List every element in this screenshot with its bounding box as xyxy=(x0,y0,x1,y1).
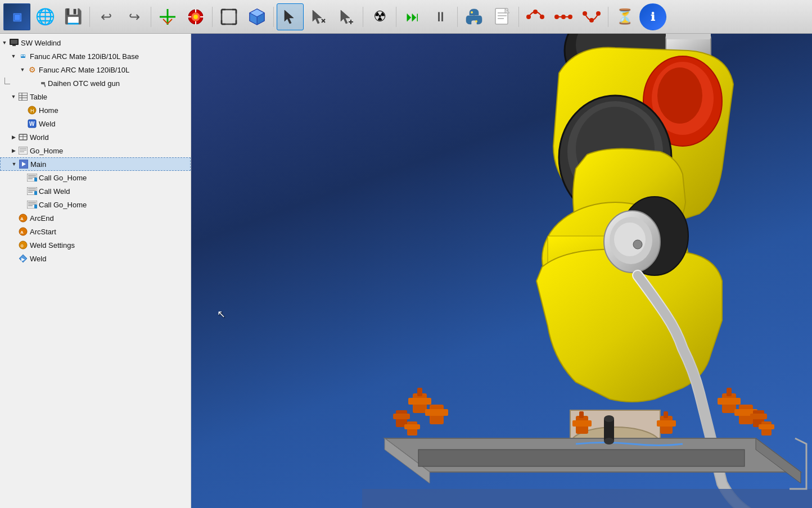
fast-forward-icon: ⏭ xyxy=(406,9,419,25)
path-tool-1-icon xyxy=(526,9,544,25)
python-button[interactable] xyxy=(461,3,488,30)
tree-label-table: Table xyxy=(30,93,47,101)
pause-button[interactable]: ⏸ xyxy=(427,3,454,30)
tree-label-arc-end: ArcEnd xyxy=(30,214,54,223)
main-area: SW Weldind Fanuc ARC Mate 120iB/10L Base… xyxy=(0,34,812,508)
expand-arrow[interactable] xyxy=(18,65,27,74)
tree-item-home[interactable]: H Home xyxy=(0,103,191,117)
svg-text:W: W xyxy=(29,121,35,127)
separator-8 xyxy=(518,7,519,27)
tree-item-main[interactable]: Main xyxy=(0,157,191,171)
leaf-spacer xyxy=(9,227,18,236)
fit-screen-button[interactable] xyxy=(215,3,242,30)
svg-rect-130 xyxy=(718,398,741,405)
svg-marker-23 xyxy=(313,10,322,24)
info-button[interactable]: ℹ xyxy=(639,3,666,30)
tree-label-weld-table: Weld xyxy=(39,120,55,128)
svg-rect-140 xyxy=(579,411,584,418)
mouse-cursor xyxy=(217,308,226,317)
tree-item-weld-settings[interactable]: ⚙ Weld Settings xyxy=(0,238,191,252)
path-tool-3-button[interactable] xyxy=(578,3,605,30)
tree-item-call-go-home-2[interactable]: Call Go_Home xyxy=(0,198,191,211)
weld-prog-icon: ▶ xyxy=(18,253,28,264)
separator-1 xyxy=(89,7,90,27)
target-icon xyxy=(187,8,205,26)
arc-end-icon: A xyxy=(18,213,28,223)
tree-item-weld-table[interactable]: W Weld xyxy=(0,117,191,130)
globe-button[interactable]: 🌐 xyxy=(31,3,58,30)
expand-arrow[interactable] xyxy=(9,92,18,101)
svg-rect-57 xyxy=(19,93,28,101)
weld-settings-icon: ⚙ xyxy=(18,240,28,250)
expand-arrow[interactable] xyxy=(9,52,18,61)
target-button[interactable] xyxy=(182,3,209,30)
weld-gun-icon xyxy=(36,78,46,88)
expand-arrow[interactable] xyxy=(0,38,9,47)
svg-rect-126 xyxy=(393,414,410,419)
tree-item-sw-weldind[interactable]: SW Weldind xyxy=(0,36,191,49)
path-tool-1-button[interactable] xyxy=(522,3,549,30)
svg-rect-121 xyxy=(408,398,431,405)
3d-viewport[interactable] xyxy=(191,34,812,508)
tree-item-call-go-home-1[interactable]: Call Go_Home xyxy=(0,171,191,184)
svg-rect-78 xyxy=(34,178,37,182)
svg-point-40 xyxy=(561,15,566,19)
add-path-button[interactable] xyxy=(154,3,181,30)
svg-point-4 xyxy=(193,15,198,19)
select-cross-button[interactable] xyxy=(305,3,332,30)
arc-start-icon: A xyxy=(18,226,28,237)
svg-marker-26 xyxy=(341,10,350,24)
tree-item-daihen[interactable]: Daihen OTC weld gun xyxy=(0,76,191,90)
robot-scene-svg xyxy=(362,34,812,508)
pause-icon: ⏸ xyxy=(434,9,448,25)
timer-button[interactable]: ⏳ xyxy=(611,3,638,30)
svg-rect-124 xyxy=(425,409,448,416)
select-plus-button[interactable] xyxy=(333,3,360,30)
svg-text:H: H xyxy=(30,108,34,114)
expand-arrow[interactable] xyxy=(9,146,18,155)
tree-label-go-home: Go_Home xyxy=(30,147,63,155)
leaf-spacer xyxy=(18,187,27,196)
tree-item-arc-end[interactable]: A ArcEnd xyxy=(0,211,191,225)
leaf-spacer xyxy=(9,241,18,250)
svg-rect-9 xyxy=(222,10,236,24)
tree-item-arc-start[interactable]: A ArcStart xyxy=(0,225,191,238)
document-button[interactable] xyxy=(489,3,516,30)
tree-label-fanuc-arm: Fanuc ARC Mate 120iB/10L xyxy=(39,66,129,74)
svg-rect-142 xyxy=(657,420,676,427)
svg-rect-48 xyxy=(11,40,17,44)
svg-rect-122 xyxy=(417,388,422,396)
expand-arrow[interactable] xyxy=(9,133,18,142)
tree-label-fanuc-base: Fanuc ARC Mate 120iB/10L Base xyxy=(30,52,139,61)
tree-item-go-home[interactable]: Go_Home xyxy=(0,144,191,157)
add-path-icon xyxy=(159,8,177,26)
tree-item-table[interactable]: Table xyxy=(0,90,191,103)
redo-button[interactable]: ↪ xyxy=(121,3,148,30)
expand-arrow[interactable] xyxy=(10,160,19,169)
tree-label-sw-weldind: SW Weldind xyxy=(21,39,61,47)
table-icon xyxy=(18,92,28,102)
select-button[interactable] xyxy=(277,3,304,30)
leaf-spacer xyxy=(18,173,27,182)
tree-item-weld-prog[interactable]: ▶ Weld xyxy=(0,252,191,265)
tree-item-call-weld[interactable]: Call Weld xyxy=(0,184,191,198)
tree-item-fanuc-base[interactable]: Fanuc ARC Mate 120iB/10L Base xyxy=(0,49,191,63)
undo-icon: ↩ xyxy=(101,9,112,25)
tree-label-call-go-home-1: Call Go_Home xyxy=(39,174,87,182)
svg-point-145 xyxy=(604,415,614,422)
svg-point-30 xyxy=(475,20,477,22)
tree-item-fanuc-arm[interactable]: ⚙ Fanuc ARC Mate 120iB/10L xyxy=(0,63,191,76)
svg-text:A: A xyxy=(20,216,24,221)
path-tool-2-button[interactable] xyxy=(550,3,577,30)
collision-button[interactable]: ☢ xyxy=(366,3,393,30)
view-cube-button[interactable] xyxy=(243,3,270,30)
save-button[interactable]: 💾 xyxy=(60,3,87,30)
undo-button[interactable]: ↩ xyxy=(93,3,120,30)
fast-forward-button[interactable]: ⏭ xyxy=(399,3,426,30)
separator-6 xyxy=(396,7,396,27)
tree-item-world[interactable]: World xyxy=(0,130,191,144)
svg-rect-137 xyxy=(759,424,774,429)
separator-4 xyxy=(273,7,274,27)
tree-label-call-weld: Call Weld xyxy=(39,187,70,196)
save-icon: 💾 xyxy=(64,8,82,25)
